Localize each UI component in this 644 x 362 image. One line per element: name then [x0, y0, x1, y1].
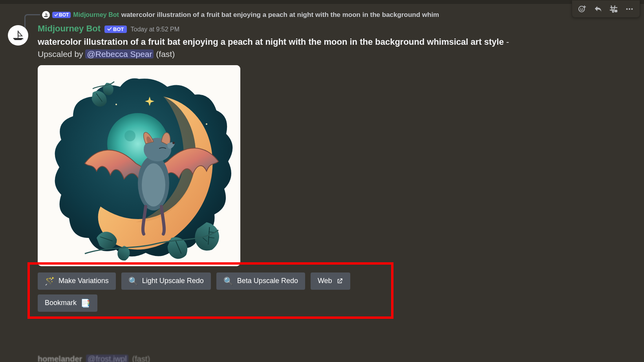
boat-icon: [43, 12, 49, 18]
midjourney-boat-icon: [11, 29, 25, 42]
message-hover-toolbar: [572, 0, 640, 18]
button-row-2: Bookmark 📑: [38, 294, 636, 312]
button-container: 🪄 Make Variations 🔍 Light Upscale Redo 🔍…: [38, 272, 636, 312]
timestamp: Today at 9:52 PM: [131, 26, 180, 33]
generated-image: [38, 65, 240, 266]
prompt: watercolor illustration of a fruit bat e…: [38, 37, 504, 47]
magnifier-icon: 🔍: [223, 276, 233, 286]
svg-point-2: [582, 8, 583, 9]
check-icon: [54, 13, 58, 17]
create-thread-button[interactable]: [606, 1, 622, 17]
window-top-bar: [0, 0, 644, 4]
dash: -: [504, 37, 509, 47]
next-message-peek: homelander @frost.jwpl (fast): [38, 355, 150, 362]
button-row-1: 🪄 Make Variations 🔍 Light Upscale Redo 🔍…: [38, 272, 636, 290]
svg-rect-3: [615, 9, 617, 12]
message: Midjourney Bot BOT Today at 9:52 PM wate…: [8, 24, 636, 312]
reply-preview-text[interactable]: watercolor illustration of a fruit bat e…: [121, 11, 439, 19]
next-author: homelander: [38, 355, 82, 362]
bot-tag: BOT: [104, 26, 126, 33]
reply-reference[interactable]: BOT Midjourney Bot watercolor illustrati…: [18, 11, 439, 19]
web-link-button[interactable]: Web: [311, 272, 350, 290]
svg-point-1: [580, 8, 581, 9]
upscaled-suffix: (fast): [154, 49, 175, 59]
beta-upscale-redo-button[interactable]: 🔍 Beta Upscale Redo: [216, 272, 305, 290]
external-link-icon: [336, 278, 343, 285]
message-content: Midjourney Bot BOT Today at 9:52 PM wate…: [38, 24, 636, 312]
prompt-text: watercolor illustration of a fruit bat e…: [38, 36, 636, 48]
svg-point-5: [629, 8, 630, 9]
check-icon: [107, 27, 112, 31]
next-mention: @frost.jwpl: [86, 355, 128, 362]
message-header: Midjourney Bot BOT Today at 9:52 PM: [38, 24, 636, 34]
upscaled-prefix: Upscaled by: [38, 49, 85, 59]
bot-tag-text: BOT: [59, 12, 69, 18]
svg-point-16: [172, 142, 175, 144]
reply-arrow-icon: [594, 5, 602, 13]
bookmark-button[interactable]: Bookmark 📑: [38, 294, 97, 312]
author-name[interactable]: Midjourney Bot: [38, 24, 101, 34]
author-avatar[interactable]: [8, 25, 28, 46]
next-text: (fast): [132, 355, 150, 362]
upscaled-line: Upscaled by @Rebecca Spear (fast): [38, 49, 636, 59]
thread-icon: [609, 5, 618, 13]
button-label: Bookmark: [45, 299, 77, 307]
emoji-plus-icon: [578, 5, 587, 13]
svg-point-4: [626, 8, 628, 9]
wand-icon: 🪄: [45, 276, 55, 286]
bot-tag-text: BOT: [113, 26, 124, 32]
more-actions-button[interactable]: [622, 1, 637, 17]
svg-point-9: [206, 123, 207, 125]
button-label: Beta Upscale Redo: [237, 277, 298, 285]
svg-point-14: [142, 163, 165, 207]
image-attachment[interactable]: [38, 65, 240, 266]
button-label: Web: [318, 277, 332, 285]
bookmark-icon: 📑: [80, 298, 90, 308]
more-icon: [625, 5, 634, 13]
make-variations-button[interactable]: 🪄 Make Variations: [38, 272, 116, 290]
add-reaction-button[interactable]: [574, 1, 590, 17]
user-mention[interactable]: @Rebecca Spear: [85, 49, 154, 59]
svg-point-6: [631, 8, 633, 9]
magnifier-icon: 🔍: [128, 276, 138, 286]
button-label: Light Upscale Redo: [142, 277, 204, 285]
reply-author[interactable]: Midjourney Bot: [73, 11, 119, 18]
reply-button[interactable]: [590, 1, 606, 17]
button-label: Make Variations: [59, 277, 109, 285]
light-upscale-redo-button[interactable]: 🔍 Light Upscale Redo: [121, 272, 211, 290]
svg-point-11: [124, 130, 135, 141]
reply-bot-tag: BOT: [52, 12, 71, 18]
svg-point-8: [115, 104, 117, 105]
reply-avatar: [42, 11, 50, 19]
